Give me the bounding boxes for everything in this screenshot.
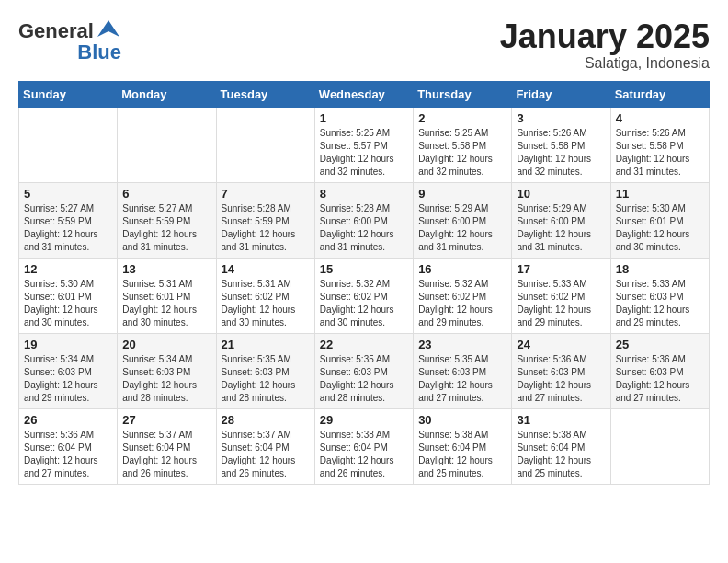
calendar-cell: 14Sunrise: 5:31 AM Sunset: 6:02 PM Dayli… bbox=[216, 258, 314, 333]
calendar-cell: 31Sunrise: 5:38 AM Sunset: 6:04 PM Dayli… bbox=[512, 408, 610, 484]
day-info: Sunrise: 5:28 AM Sunset: 6:00 PM Dayligh… bbox=[320, 202, 408, 254]
day-info: Sunrise: 5:34 AM Sunset: 6:03 PM Dayligh… bbox=[24, 353, 112, 405]
calendar-cell: 5Sunrise: 5:27 AM Sunset: 5:59 PM Daylig… bbox=[19, 182, 118, 258]
calendar-cell: 1Sunrise: 5:25 AM Sunset: 5:57 PM Daylig… bbox=[314, 107, 413, 182]
day-info: Sunrise: 5:37 AM Sunset: 6:04 PM Dayligh… bbox=[222, 429, 310, 480]
day-number: 10 bbox=[517, 187, 605, 201]
calendar-cell: 29Sunrise: 5:38 AM Sunset: 6:04 PM Dayli… bbox=[314, 408, 413, 484]
day-number: 15 bbox=[320, 262, 408, 276]
day-number: 20 bbox=[122, 338, 210, 351]
calendar: SundayMondayTuesdayWednesdayThursdayFrid… bbox=[18, 81, 710, 485]
calendar-cell: 6Sunrise: 5:27 AM Sunset: 5:59 PM Daylig… bbox=[118, 182, 216, 258]
calendar-cell bbox=[610, 408, 709, 484]
day-info: Sunrise: 5:27 AM Sunset: 5:59 PM Dayligh… bbox=[122, 202, 210, 254]
logo-blue-text: Blue bbox=[77, 40, 121, 64]
calendar-header-row: SundayMondayTuesdayWednesdayThursdayFrid… bbox=[19, 81, 710, 107]
week-row: 5Sunrise: 5:27 AM Sunset: 5:59 PM Daylig… bbox=[19, 182, 710, 258]
day-number: 11 bbox=[616, 187, 704, 201]
calendar-cell: 12Sunrise: 5:30 AM Sunset: 6:01 PM Dayli… bbox=[19, 258, 118, 333]
day-number: 24 bbox=[517, 338, 605, 351]
week-row: 12Sunrise: 5:30 AM Sunset: 6:01 PM Dayli… bbox=[19, 258, 710, 333]
day-info: Sunrise: 5:38 AM Sunset: 6:04 PM Dayligh… bbox=[517, 429, 605, 480]
day-info: Sunrise: 5:36 AM Sunset: 6:04 PM Dayligh… bbox=[24, 429, 112, 480]
calendar-cell: 3Sunrise: 5:26 AM Sunset: 5:58 PM Daylig… bbox=[512, 107, 610, 182]
day-info: Sunrise: 5:38 AM Sunset: 6:04 PM Dayligh… bbox=[418, 429, 506, 480]
calendar-cell: 17Sunrise: 5:33 AM Sunset: 6:02 PM Dayli… bbox=[512, 258, 610, 333]
calendar-cell: 23Sunrise: 5:35 AM Sunset: 6:03 PM Dayli… bbox=[414, 333, 512, 408]
day-number: 21 bbox=[222, 338, 310, 351]
day-number: 17 bbox=[517, 262, 605, 276]
day-info: Sunrise: 5:32 AM Sunset: 6:02 PM Dayligh… bbox=[418, 278, 506, 329]
month-title: January 2025 bbox=[500, 18, 710, 55]
calendar-cell: 15Sunrise: 5:32 AM Sunset: 6:02 PM Dayli… bbox=[314, 258, 413, 333]
day-number: 12 bbox=[24, 262, 112, 276]
svg-marker-0 bbox=[97, 20, 119, 37]
day-info: Sunrise: 5:26 AM Sunset: 5:58 PM Dayligh… bbox=[517, 127, 605, 178]
day-number: 8 bbox=[320, 187, 408, 201]
calendar-cell: 19Sunrise: 5:34 AM Sunset: 6:03 PM Dayli… bbox=[19, 333, 118, 408]
day-info: Sunrise: 5:25 AM Sunset: 5:57 PM Dayligh… bbox=[320, 127, 408, 178]
day-number: 27 bbox=[122, 413, 210, 427]
calendar-cell: 10Sunrise: 5:29 AM Sunset: 6:00 PM Dayli… bbox=[512, 182, 610, 258]
day-number: 29 bbox=[320, 413, 408, 427]
location: Salatiga, Indonesia bbox=[500, 55, 710, 72]
day-number: 2 bbox=[418, 111, 506, 125]
day-info: Sunrise: 5:26 AM Sunset: 5:58 PM Dayligh… bbox=[616, 127, 704, 178]
page: General Blue January 2025 Salatiga, Indo… bbox=[0, 0, 728, 494]
column-header-friday: Friday bbox=[512, 81, 610, 107]
calendar-cell: 9Sunrise: 5:29 AM Sunset: 6:00 PM Daylig… bbox=[414, 182, 512, 258]
calendar-cell bbox=[216, 107, 314, 182]
day-number: 6 bbox=[122, 187, 210, 201]
calendar-cell: 2Sunrise: 5:25 AM Sunset: 5:58 PM Daylig… bbox=[414, 107, 512, 182]
day-number: 30 bbox=[418, 413, 506, 427]
day-info: Sunrise: 5:31 AM Sunset: 6:01 PM Dayligh… bbox=[122, 278, 210, 329]
calendar-cell: 30Sunrise: 5:38 AM Sunset: 6:04 PM Dayli… bbox=[414, 408, 512, 484]
day-number: 25 bbox=[616, 338, 704, 351]
calendar-cell: 25Sunrise: 5:36 AM Sunset: 6:03 PM Dayli… bbox=[610, 333, 709, 408]
day-info: Sunrise: 5:25 AM Sunset: 5:58 PM Dayligh… bbox=[418, 127, 506, 178]
day-number: 28 bbox=[222, 413, 310, 427]
day-number: 1 bbox=[320, 111, 408, 125]
week-row: 26Sunrise: 5:36 AM Sunset: 6:04 PM Dayli… bbox=[19, 408, 710, 484]
column-header-tuesday: Tuesday bbox=[216, 81, 314, 107]
day-info: Sunrise: 5:38 AM Sunset: 6:04 PM Dayligh… bbox=[320, 429, 408, 480]
day-info: Sunrise: 5:29 AM Sunset: 6:00 PM Dayligh… bbox=[418, 202, 506, 254]
week-row: 1Sunrise: 5:25 AM Sunset: 5:57 PM Daylig… bbox=[19, 107, 710, 182]
day-info: Sunrise: 5:27 AM Sunset: 5:59 PM Dayligh… bbox=[24, 202, 112, 254]
day-info: Sunrise: 5:34 AM Sunset: 6:03 PM Dayligh… bbox=[122, 353, 210, 405]
day-info: Sunrise: 5:30 AM Sunset: 6:01 PM Dayligh… bbox=[616, 202, 704, 254]
calendar-cell bbox=[19, 107, 118, 182]
calendar-cell: 24Sunrise: 5:36 AM Sunset: 6:03 PM Dayli… bbox=[512, 333, 610, 408]
calendar-cell: 21Sunrise: 5:35 AM Sunset: 6:03 PM Dayli… bbox=[216, 333, 314, 408]
column-header-thursday: Thursday bbox=[414, 81, 512, 107]
day-number: 19 bbox=[24, 338, 112, 351]
logo: General Blue bbox=[18, 18, 121, 64]
calendar-cell: 28Sunrise: 5:37 AM Sunset: 6:04 PM Dayli… bbox=[216, 408, 314, 484]
header: General Blue January 2025 Salatiga, Indo… bbox=[18, 18, 710, 72]
day-number: 9 bbox=[418, 187, 506, 201]
calendar-cell: 22Sunrise: 5:35 AM Sunset: 6:03 PM Dayli… bbox=[314, 333, 413, 408]
day-number: 31 bbox=[517, 413, 605, 427]
day-number: 4 bbox=[616, 111, 704, 125]
day-info: Sunrise: 5:33 AM Sunset: 6:03 PM Dayligh… bbox=[616, 278, 704, 329]
calendar-cell: 4Sunrise: 5:26 AM Sunset: 5:58 PM Daylig… bbox=[610, 107, 709, 182]
calendar-cell: 26Sunrise: 5:36 AM Sunset: 6:04 PM Dayli… bbox=[19, 408, 118, 484]
day-info: Sunrise: 5:35 AM Sunset: 6:03 PM Dayligh… bbox=[418, 353, 506, 405]
title-block: January 2025 Salatiga, Indonesia bbox=[500, 18, 710, 72]
day-info: Sunrise: 5:35 AM Sunset: 6:03 PM Dayligh… bbox=[320, 353, 408, 405]
day-info: Sunrise: 5:33 AM Sunset: 6:02 PM Dayligh… bbox=[517, 278, 605, 329]
column-header-monday: Monday bbox=[118, 81, 216, 107]
day-number: 23 bbox=[418, 338, 506, 351]
calendar-cell: 13Sunrise: 5:31 AM Sunset: 6:01 PM Dayli… bbox=[118, 258, 216, 333]
day-number: 16 bbox=[418, 262, 506, 276]
day-number: 22 bbox=[320, 338, 408, 351]
day-info: Sunrise: 5:35 AM Sunset: 6:03 PM Dayligh… bbox=[222, 353, 310, 405]
day-number: 3 bbox=[517, 111, 605, 125]
calendar-cell: 18Sunrise: 5:33 AM Sunset: 6:03 PM Dayli… bbox=[610, 258, 709, 333]
column-header-sunday: Sunday bbox=[19, 81, 118, 107]
week-row: 19Sunrise: 5:34 AM Sunset: 6:03 PM Dayli… bbox=[19, 333, 710, 408]
day-number: 18 bbox=[616, 262, 704, 276]
column-header-wednesday: Wednesday bbox=[314, 81, 413, 107]
day-number: 7 bbox=[222, 187, 310, 201]
column-header-saturday: Saturday bbox=[610, 81, 709, 107]
